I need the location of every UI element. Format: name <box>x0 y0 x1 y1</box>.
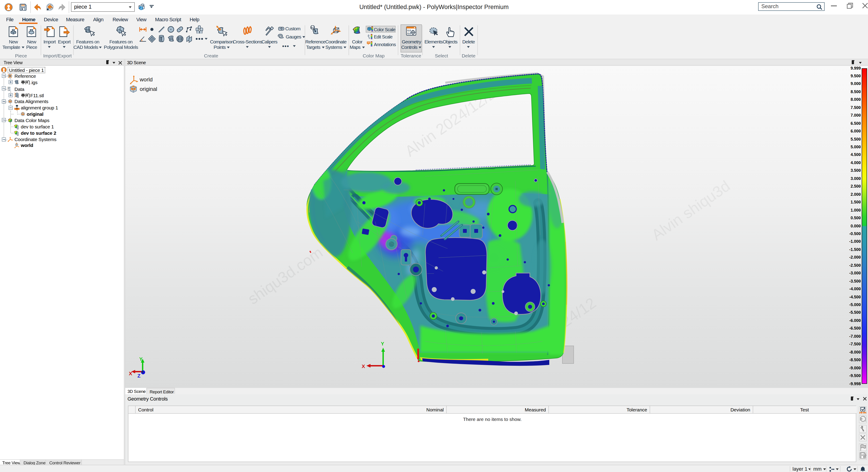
svg-text:X: X <box>129 371 132 376</box>
svg-text:Y: Y <box>381 341 384 347</box>
svg-text:Y: Y <box>139 357 143 362</box>
svg-text:i: i <box>141 6 142 10</box>
svg-text:0.0: 0.0 <box>407 29 411 32</box>
svg-text:X: X <box>362 364 365 369</box>
svg-text:Z: Z <box>137 373 141 379</box>
svg-text:110: 110 <box>8 90 10 91</box>
svg-text:0.0: 0.0 <box>407 32 411 35</box>
